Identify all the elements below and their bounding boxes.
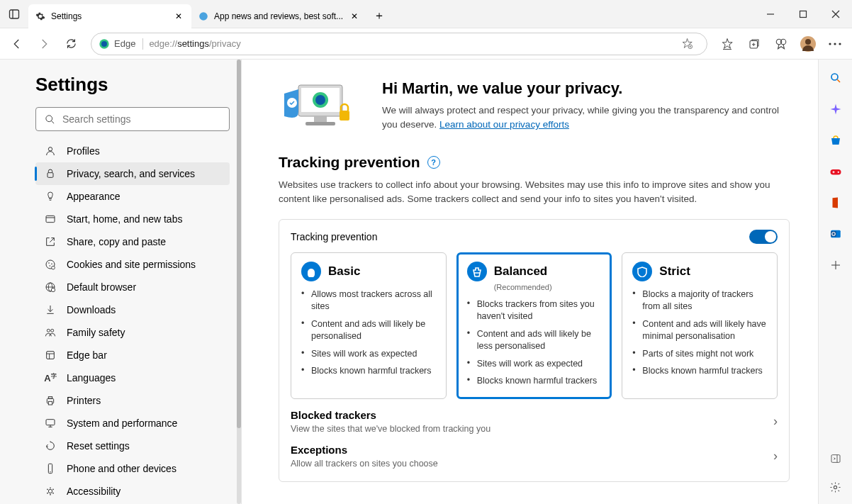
tracking-level-balanced[interactable]: Balanced(Recommended)Blocks trackers fro… <box>456 252 612 399</box>
nav-item-profiles[interactable]: Profiles <box>35 140 230 162</box>
page-title: Settings <box>35 74 230 96</box>
tracking-level-strict[interactable]: StrictBlocks a majority of trackers from… <box>622 252 778 399</box>
tracking-toggle[interactable] <box>749 230 778 244</box>
level-title: Basic <box>328 264 360 279</box>
nav-item-phone-and-other-devices[interactable]: Phone and other devices <box>35 457 230 480</box>
nav-item-privacy-search-and-services[interactable]: Privacy, search, and services <box>35 162 230 185</box>
profile-button[interactable] <box>795 31 821 57</box>
close-window-button[interactable] <box>819 0 852 28</box>
nav-item-languages[interactable]: A字Languages <box>35 366 230 389</box>
level-bullet: Blocks known harmful trackers <box>632 362 767 380</box>
nav-item-start-home-and-new-tabs[interactable]: Start, home, and new tabs <box>35 208 230 230</box>
more-button[interactable] <box>822 31 848 57</box>
blocked-trackers-row[interactable]: Blocked trackers View the sites that we'… <box>291 399 778 434</box>
help-icon[interactable]: ? <box>427 156 440 169</box>
svg-point-25 <box>48 147 52 151</box>
svg-rect-45 <box>48 401 52 405</box>
nav-item-share-copy-and-paste[interactable]: Share, copy and paste <box>35 230 230 253</box>
privacy-link[interactable]: Learn about our privacy efforts <box>439 119 569 130</box>
sidebar-outlook-icon[interactable] <box>827 225 844 242</box>
svg-point-21 <box>834 43 836 45</box>
sidebar-shopping-icon[interactable] <box>827 132 844 149</box>
sidebar-settings-icon[interactable] <box>827 478 844 495</box>
nav-label: Cookies and site permissions <box>67 259 196 270</box>
nav-item-cookies-and-site-permissions[interactable]: Cookies and site permissions <box>35 253 230 276</box>
forward-button[interactable] <box>31 31 57 57</box>
favorite-button[interactable] <box>674 31 700 57</box>
svg-point-53 <box>52 488 54 490</box>
sidebar-discover-icon[interactable] <box>827 101 844 118</box>
minimize-button[interactable] <box>754 0 787 28</box>
nav-item-family-safety[interactable]: Family safety <box>35 321 230 344</box>
rewards-button[interactable] <box>768 31 794 57</box>
site-identity[interactable]: Edge <box>99 38 143 50</box>
sidebar-search-icon[interactable] <box>827 69 844 86</box>
settings-search[interactable] <box>35 107 230 131</box>
svg-rect-44 <box>48 397 52 399</box>
nav-item-appearance[interactable]: Appearance <box>35 185 230 208</box>
svg-rect-65 <box>340 111 349 121</box>
nav-label: Accessibility <box>67 486 120 497</box>
nav-item-edge-bar[interactable]: Edge bar <box>35 344 230 366</box>
nav-icon: A字 <box>44 372 57 383</box>
tab-softpedia[interactable]: App news and reviews, best soft... ✕ <box>191 4 367 28</box>
back-button[interactable] <box>4 31 30 57</box>
nav-label: Reset settings <box>67 440 130 452</box>
svg-point-79 <box>834 486 836 488</box>
svg-rect-27 <box>46 215 55 222</box>
favorites-button[interactable] <box>714 31 740 57</box>
svg-point-57 <box>47 488 48 490</box>
address-bar[interactable]: Edge edge://settings/privacy <box>91 33 707 55</box>
svg-point-69 <box>837 172 839 173</box>
hero-desc: We will always protect and respect your … <box>382 103 790 133</box>
maximize-button[interactable] <box>787 0 819 28</box>
svg-point-56 <box>47 493 48 494</box>
nav-item-system-and-performance[interactable]: System and performance <box>35 412 230 435</box>
url-text: edge://settings/privacy <box>149 38 240 49</box>
sidebar-collapse-icon[interactable] <box>827 450 844 467</box>
nav-label: Phone and other devices <box>67 463 176 474</box>
privacy-hero: Hi Martin, we value your privacy. We wil… <box>279 79 790 133</box>
search-input[interactable] <box>62 113 220 125</box>
nav-item-printers[interactable]: Printers <box>35 389 230 412</box>
svg-point-51 <box>48 489 52 493</box>
svg-point-23 <box>46 115 52 121</box>
tab-settings[interactable]: Settings ✕ <box>28 4 191 28</box>
collections-button[interactable] <box>741 31 767 57</box>
tracking-level-basic[interactable]: BasicAllows most trackers across all sit… <box>291 252 447 399</box>
softpedia-icon <box>198 11 208 21</box>
sidebar-games-icon[interactable] <box>827 163 844 180</box>
settings-content: Hi Martin, we value your privacy. We wil… <box>241 60 818 504</box>
svg-point-39 <box>51 329 54 332</box>
level-bullet: Blocks trackers from sites you haven't v… <box>467 296 602 325</box>
close-icon[interactable]: ✕ <box>349 11 360 22</box>
level-bullet: Sites will work as expected <box>301 345 436 363</box>
level-bullet: Blocks a majority of trackers from all s… <box>632 286 767 315</box>
nav-item-reset-settings[interactable]: Reset settings <box>35 435 230 457</box>
chevron-right-icon: › <box>773 449 778 464</box>
svg-point-8 <box>101 41 107 47</box>
level-icon <box>301 262 321 281</box>
svg-point-54 <box>52 493 54 494</box>
refresh-button[interactable] <box>58 31 84 57</box>
level-subtitle: (Recommended) <box>494 283 602 291</box>
exceptions-row[interactable]: Exceptions Allow all trackers on sites y… <box>291 434 778 469</box>
close-icon[interactable]: ✕ <box>173 11 184 22</box>
row-desc: View the sites that we've blocked from t… <box>291 424 491 434</box>
svg-point-33 <box>52 266 55 269</box>
sidebar-office-icon[interactable] <box>827 194 844 211</box>
svg-rect-62 <box>314 116 327 122</box>
svg-point-37 <box>51 288 55 291</box>
nav-item-downloads[interactable]: Downloads <box>35 298 230 321</box>
level-bullet: Allows most trackers across all sites <box>301 286 436 315</box>
level-bullet: Blocks known harmful trackers <box>467 372 602 390</box>
nav-label: Profiles <box>67 145 100 157</box>
nav-item-accessibility[interactable]: Accessibility <box>35 480 230 503</box>
nav-item-default-browser[interactable]: Default browser <box>35 276 230 298</box>
new-tab-button[interactable]: ＋ <box>367 4 391 28</box>
tab-actions-button[interactable] <box>0 0 28 28</box>
sidebar-add-icon[interactable] <box>827 257 844 274</box>
nav-label: Default browser <box>67 281 136 293</box>
svg-line-24 <box>51 121 54 123</box>
nav-icon <box>44 259 57 270</box>
